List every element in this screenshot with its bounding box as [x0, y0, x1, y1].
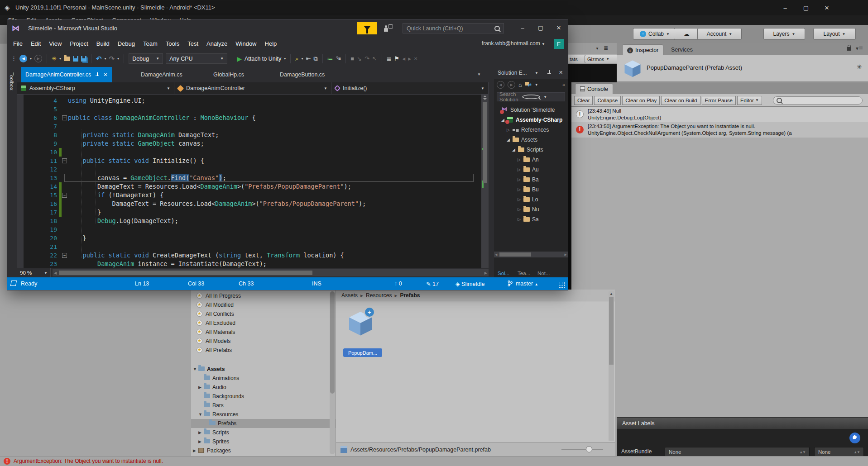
signed-in-account[interactable]: frank.wbb@hotmail.com ▼ [482, 40, 545, 47]
code-line[interactable]: 20 } [17, 234, 489, 243]
console-collapse-button[interactable]: Collapse [594, 96, 621, 105]
solution-tree-item-assets[interactable]: ◢Assets [494, 135, 568, 145]
solution-explorer-titlebar[interactable]: Solution E... ▼ ✕ [494, 67, 568, 79]
gizmos-button[interactable]: Gizmos ▼ [585, 55, 618, 63]
code-line[interactable]: 17 } [17, 208, 489, 217]
breadcrumb-assets[interactable]: Assets [341, 292, 358, 299]
back-icon[interactable]: ◀ [497, 81, 504, 89]
collapse-icon[interactable]: ▼ [193, 367, 197, 371]
expand-icon[interactable]: ▶ [193, 448, 196, 453]
expand-icon[interactable]: ▶ [198, 439, 201, 444]
layers-button[interactable]: Layers ▼ [763, 28, 805, 40]
console-search-field[interactable] [773, 96, 863, 105]
navigate-forward-button[interactable]: ▶ [34, 55, 42, 62]
home-icon[interactable]: ⌂ [518, 81, 522, 88]
show-all-files-button[interactable]: ⧉ [313, 55, 317, 62]
save-button[interactable] [73, 56, 78, 62]
editor-hscrollbar[interactable]: ◀ ▶ [53, 269, 489, 276]
tab-damageanimcontroller-cs[interactable]: DamageAnimController.cs✕ [21, 67, 112, 82]
notifications-flag-button[interactable] [357, 22, 377, 34]
scrollbar-thumb[interactable] [609, 297, 614, 365]
feedback-button[interactable] [384, 24, 393, 32]
code-line[interactable]: 11− public static void Initialize() { [17, 157, 489, 165]
chevron-down-icon[interactable]: ▼ [535, 83, 538, 87]
account-button[interactable]: Account ▼ [697, 28, 742, 40]
redo-button[interactable]: ↷ [109, 55, 115, 63]
quick-actions-button[interactable]: ?≡ [336, 56, 341, 61]
save-all-button[interactable] [81, 56, 86, 62]
label-tag-icon[interactable] [849, 433, 860, 443]
project-folder-resources[interactable]: ▼Resources [191, 410, 336, 419]
code-line[interactable]: 21 [17, 243, 489, 251]
solution-search-input[interactable]: Search Solution ▼ [497, 92, 565, 101]
breadcrumb-prefabs[interactable]: Prefabs [400, 292, 420, 299]
scroll-left-icon[interactable]: ◀ [54, 271, 57, 275]
step-into-icon[interactable]: ↘ [357, 55, 362, 62]
resize-grip[interactable] [559, 282, 565, 288]
code-line[interactable]: 7 [17, 122, 489, 131]
clear-bookmarks-icon[interactable]: ✕ [414, 56, 417, 61]
expand-icon[interactable]: ▶ [198, 385, 201, 390]
code-line[interactable]: 19 [17, 225, 489, 234]
unity-close-button[interactable]: ✕ [816, 1, 837, 14]
project-folder-backgrounds[interactable]: Backgrounds [191, 392, 336, 401]
expand-icon[interactable]: ▷ [518, 177, 521, 182]
solution-tree-item-scripts[interactable]: ◢Scripts [494, 145, 568, 155]
cloud-button[interactable]: ☁ [674, 28, 699, 40]
panel-menu-icon[interactable]: ▾≣ [856, 45, 863, 52]
scroll-up-icon[interactable]: ▲ [609, 292, 613, 296]
code-line[interactable]: 12 [17, 165, 489, 174]
expand-icon[interactable]: ▷ [518, 217, 521, 222]
scroll-right-icon[interactable]: ▶ [565, 253, 567, 257]
scrollbar-thumb[interactable] [483, 102, 487, 183]
collab-button[interactable]: ↑ Collab ▼ [633, 28, 676, 40]
expand-icon[interactable]: ▷ [518, 187, 521, 192]
chevron-down-icon[interactable]: ▾ [30, 57, 32, 61]
expand-icon[interactable]: ▷ [507, 128, 510, 132]
vs-menu-file[interactable]: File [9, 40, 27, 47]
bookmark-button[interactable]: ⚑ [394, 55, 400, 62]
scroll-left-icon[interactable]: ◀ [495, 253, 497, 257]
vs-minimize-button[interactable]: – [513, 21, 532, 34]
find-button[interactable]: ⌕ [295, 55, 298, 62]
console-editor-button[interactable]: Editor▼ [737, 96, 762, 105]
expand-icon[interactable]: ▶ [198, 430, 201, 435]
splitter-grip-icon[interactable] [482, 95, 488, 100]
pin-icon[interactable] [96, 72, 99, 77]
favorite-search-all-in-progress[interactable]: ★All In Progress [191, 291, 336, 300]
favorite-search-all-prefabs[interactable]: ★All Prefabs [191, 346, 336, 355]
navbar-segment-1[interactable]: DamageAnimController▼ [174, 82, 331, 94]
vs-menu-view[interactable]: View [45, 40, 66, 47]
repository[interactable]: ◈ SlimeIdle [456, 281, 485, 287]
tab-damagebutton-cs[interactable]: DamageButton.cs [275, 67, 329, 82]
vs-menu-team[interactable]: Team [139, 40, 162, 47]
assetbundle-variant-dropdown[interactable]: None ▲▼ [814, 447, 864, 457]
step-out-icon[interactable]: ↖ [372, 55, 377, 62]
tool-tab-Not[interactable]: Not... [537, 271, 550, 276]
thumbnail-size-slider[interactable] [561, 449, 603, 450]
fold-collapse-icon[interactable]: − [62, 115, 67, 120]
avatar[interactable]: F [554, 39, 564, 49]
asset-labels-header[interactable]: Asset Labels [617, 417, 868, 429]
code-line[interactable]: 15− if (!DamageText) { [17, 191, 489, 200]
console-clear-button[interactable]: Clear [574, 96, 593, 105]
vs-menu-test[interactable]: Test [183, 40, 202, 47]
favorite-search-all-excluded[interactable]: ★All Excluded [191, 319, 336, 328]
code-line[interactable]: 18 Debug.Log(DamageText); [17, 217, 489, 225]
solution-tree-item-references[interactable]: ▷References [494, 125, 568, 135]
vs-close-button[interactable]: ✕ [550, 21, 568, 34]
collapse-icon[interactable]: ◢ [512, 147, 515, 152]
unity-maximize-button[interactable]: ▢ [796, 1, 816, 14]
favorite-search-all-conflicts[interactable]: ★All Conflicts [191, 309, 336, 319]
quick-launch-input[interactable]: Quick Launch (Ctrl+Q) [403, 23, 504, 33]
solution-tree-item-bu[interactable]: ▷Bu [494, 185, 568, 195]
solution-explorer-hscrollbar[interactable]: ◀ ▶ [494, 252, 568, 257]
tab-console[interactable]: Console [575, 83, 613, 94]
expand-icon[interactable]: ▷ [518, 197, 521, 202]
console-log-entry[interactable]: ![23:43:50] ArgumentException: The Objec… [571, 122, 868, 138]
project-tree-scrollbar[interactable] [330, 291, 335, 454]
scrollbar-thumb[interactable] [59, 271, 312, 275]
chevron-down-icon[interactable]: ▾ [284, 57, 286, 61]
open-file-button[interactable] [64, 57, 70, 61]
vs-menu-analyze[interactable]: Analyze [202, 40, 231, 47]
